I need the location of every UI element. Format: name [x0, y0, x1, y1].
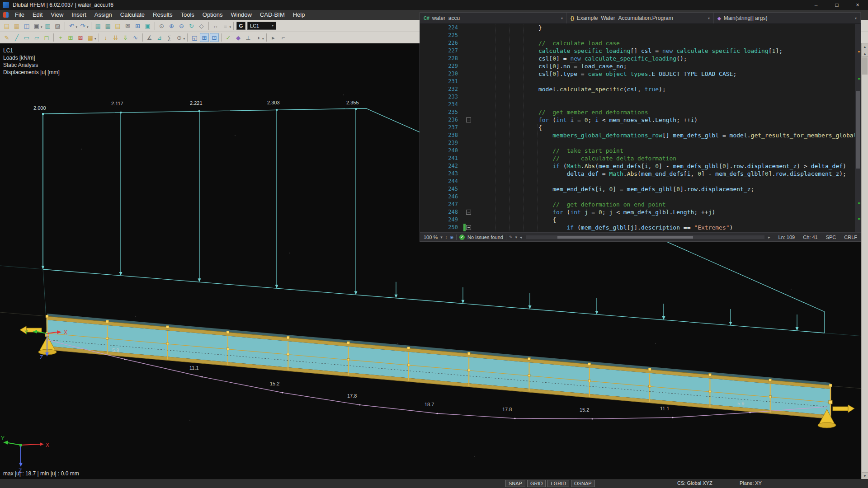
code-line[interactable]: 249 { — [420, 216, 861, 224]
mesh-icon[interactable]: ⊞ — [66, 33, 75, 42]
code-line[interactable]: 243 delta_def = Math.Abs(mem_end_defs[i,… — [420, 170, 861, 178]
menu-help[interactable]: Help — [289, 10, 309, 20]
line-load-icon[interactable]: ⇊ — [111, 33, 120, 42]
code-line[interactable]: 226 // calculate load case — [420, 39, 861, 47]
new-model-icon[interactable]: ▤ — [2, 21, 11, 30]
chevron-down-icon[interactable]: ▾ — [87, 25, 89, 29]
rotate-view-icon[interactable]: ↻ — [187, 21, 196, 30]
fold-collapse-icon[interactable]: − — [466, 225, 471, 230]
dimension-icon[interactable]: ∡ — [145, 33, 154, 42]
grid-toggle-icon[interactable]: ⊞ — [200, 33, 209, 42]
menu-file[interactable]: File — [11, 10, 28, 20]
editor-horizontal-scrollbar[interactable] — [526, 235, 764, 239]
axes-display-icon[interactable]: ⊥ — [244, 33, 253, 42]
scroll-page-up-icon[interactable]: ▲ — [862, 50, 868, 57]
close-button[interactable]: × — [847, 0, 868, 10]
code-line[interactable]: 230 csl[0].type = case_object_types.E_OB… — [420, 70, 861, 78]
solid-icon[interactable]: ◻ — [42, 33, 51, 42]
work-plane-indicator[interactable]: Plane: XY — [740, 480, 762, 486]
zoom-window-icon[interactable]: ⊙ — [157, 21, 166, 30]
hinge-icon[interactable]: ▦ — [86, 33, 95, 42]
code-line[interactable]: 236− for (int i = 0; i < mem_noes_sel.Le… — [420, 116, 861, 124]
chevron-down-icon[interactable]: ▾ — [262, 37, 264, 41]
editor-breadcrumb-2[interactable]: ◆Main(string[] args)▾ — [714, 13, 861, 23]
line-indicator[interactable]: Ln: 109 — [778, 235, 795, 240]
fold-collapse-icon[interactable]: − — [466, 117, 471, 122]
save-icon[interactable]: ◫ — [22, 21, 31, 30]
code-line[interactable]: 234 — [420, 101, 861, 108]
code-line[interactable]: 240 // take start point — [420, 147, 861, 155]
code-line[interactable]: 228 csl[0] = new calculate_specific_load… — [420, 55, 861, 62]
support-icon[interactable]: ⊠ — [76, 33, 85, 42]
viewport-scrollbar[interactable]: ▲ ▲ ▼ — [861, 43, 868, 479]
nodal-load-icon[interactable]: ↓ — [101, 33, 110, 42]
code-line[interactable]: 248− for (int j = 0; j < mem_defs_glbl.L… — [420, 208, 861, 216]
split-view-icon[interactable]: ↕ — [445, 235, 448, 239]
printout-report-icon[interactable]: ▤ — [113, 21, 123, 30]
zoom-out-icon[interactable]: ⊖ — [177, 21, 186, 30]
render-mode-icon[interactable]: ◆ — [234, 33, 243, 42]
chevron-down-icon[interactable]: ▾ — [41, 25, 42, 29]
menu-calculate[interactable]: Calculate — [116, 10, 149, 20]
area-load-icon[interactable]: ⇓ — [121, 33, 130, 42]
scroll-left-icon[interactable]: ◂ — [520, 235, 522, 239]
node-icon[interactable]: + — [56, 33, 65, 42]
snap-settings-icon[interactable]: ◱ — [190, 33, 199, 42]
menu-assign[interactable]: Assign — [90, 10, 116, 20]
zoom-level[interactable]: 100 % — [424, 235, 438, 240]
screenshot-icon[interactable]: ▥ — [43, 21, 52, 30]
code-line[interactable]: 232 model.calculate_specific(csl, true); — [420, 85, 861, 93]
editor-body[interactable]: 224 }225226 // calculate load case227 ca… — [420, 24, 861, 232]
scroll-right-icon[interactable]: ▸ — [768, 235, 770, 239]
surface-icon[interactable]: ▱ — [32, 33, 41, 42]
menu-window[interactable]: Window — [227, 10, 256, 20]
load-case-combo[interactable]: LC1▾ — [247, 22, 276, 30]
code-line[interactable]: 239 — [420, 139, 861, 147]
chevron-down-icon[interactable]: ▾ — [94, 37, 96, 41]
redo-icon[interactable]: ↷ — [78, 21, 87, 30]
scrollbar-thumb[interactable] — [856, 91, 860, 169]
chevron-down-icon[interactable]: ▾ — [184, 37, 185, 41]
imperfection-icon[interactable]: ∿ — [131, 33, 140, 42]
section-icon[interactable]: ⊿ — [155, 33, 164, 42]
code-line[interactable]: 224 } — [420, 24, 861, 32]
menu-tools[interactable]: Tools — [176, 10, 198, 20]
views-menu-icon[interactable]: ≡ — [221, 21, 230, 30]
menu-cadbim[interactable]: CAD-BIM — [256, 10, 289, 20]
menu-results[interactable]: Results — [149, 10, 176, 20]
scroll-down-icon[interactable]: ▼ — [862, 472, 868, 479]
toggle-osnap[interactable]: OSNAP — [571, 480, 595, 487]
toggle-lgrid[interactable]: LGRID — [547, 480, 569, 487]
zoom-caret-icon[interactable]: ▾ — [440, 235, 443, 239]
sum-icon[interactable]: ∑ — [165, 33, 174, 42]
edit-mode-caret-icon[interactable]: ▾ — [515, 235, 518, 239]
menu-insert[interactable]: Insert — [67, 10, 90, 20]
chevron-down-icon[interactable]: ▾ — [705, 16, 710, 20]
visibility-g-button[interactable]: G — [236, 22, 245, 30]
chevron-down-icon[interactable]: ▾ — [852, 16, 857, 20]
code-line[interactable]: 241 // calculate delta deformation — [420, 155, 861, 162]
work-plane-icon[interactable]: ⊡ — [210, 33, 219, 42]
toggle-grid[interactable]: GRID — [527, 480, 546, 487]
code-line[interactable]: 231 — [420, 78, 861, 85]
move-view-icon[interactable]: ↔ — [211, 21, 220, 30]
code-line[interactable]: 233 — [420, 93, 861, 101]
open-file-icon[interactable]: ▦ — [12, 21, 21, 30]
toggle-snap[interactable]: SNAP — [505, 480, 525, 487]
code-line[interactable]: 244 — [420, 178, 861, 185]
code-line[interactable]: 245 mem_end_defs[i, 0] = mem_defs_glbl[0… — [420, 185, 861, 193]
grid-icon[interactable]: ⊞ — [133, 21, 142, 30]
menu-view[interactable]: View — [47, 10, 67, 20]
editor-breadcrumb-1[interactable]: {}Example_Water_Accumulation.Program▾ — [567, 13, 714, 23]
member-icon[interactable]: ▭ — [22, 33, 31, 42]
editor-vertical-scrollbar[interactable] — [855, 24, 861, 232]
print-icon[interactable]: ▣ — [32, 21, 41, 30]
minimize-button[interactable]: – — [806, 0, 826, 10]
sync-icon[interactable]: ◉ — [450, 235, 453, 239]
panel-icon[interactable]: ▣ — [143, 21, 152, 30]
code-line[interactable]: 235 // get member end deformations — [420, 108, 861, 116]
maximize-button[interactable]: □ — [826, 0, 847, 10]
edit-mode-icon[interactable]: ✎ — [509, 235, 513, 239]
check-model-icon[interactable]: ✓ — [224, 33, 233, 42]
indent-indicator[interactable]: SPC — [826, 235, 836, 240]
